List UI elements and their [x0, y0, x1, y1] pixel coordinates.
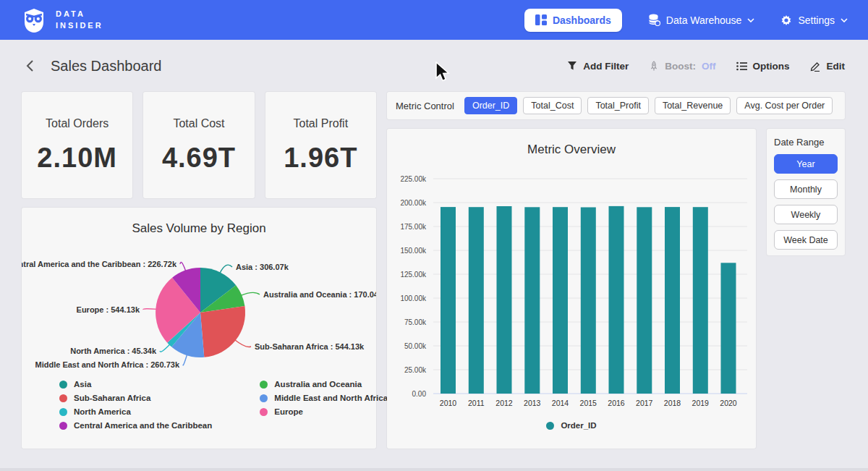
add-filter-label: Add Filter [583, 61, 629, 72]
chevron-down-icon [841, 18, 848, 22]
legend-dot-icon [59, 422, 67, 430]
legend-dot-icon [59, 381, 67, 389]
bar-2020[interactable] [721, 263, 736, 394]
legend-label: Middle East and North Africa [274, 394, 388, 402]
bar-chart-legend: Order_ID [387, 421, 756, 430]
edit-button[interactable]: Edit [810, 61, 846, 72]
header-actions: Add Filter Boost: Off Options Ed [567, 61, 845, 72]
pie-slice-label: Central America and the Caribbean : 226.… [22, 260, 177, 268]
database-icon [648, 14, 660, 26]
x-axis-tick-label: 2019 [692, 399, 710, 407]
bar-2018[interactable] [665, 207, 680, 394]
kpi-value: 4.69T [143, 143, 254, 174]
page-title: Sales Dashboard [51, 58, 161, 75]
bar-2016[interactable] [609, 206, 624, 394]
bar-2019[interactable] [693, 207, 708, 394]
dashboard-grid-icon [535, 14, 547, 25]
options-button[interactable]: Options [736, 61, 790, 72]
legend-item-central-america-and-the-caribbean[interactable]: Central America and the Caribbean [59, 421, 212, 430]
metric-chip-total-revenue[interactable]: Total_Revenue [655, 97, 731, 114]
y-axis-tick-label: 100.00k [400, 294, 427, 302]
owl-logo-icon [20, 7, 48, 34]
back-chevron-icon [25, 59, 35, 73]
metric-chip-order-id[interactable]: Order_ID [464, 97, 517, 114]
date-range-monthly[interactable]: Monthly [774, 179, 838, 199]
x-axis-tick-label: 2011 [468, 399, 485, 407]
pie-slice-label: Australia and Oceania : 170.04k [263, 290, 376, 299]
bar-chart[interactable]: 0.0025.00k50.00k75.00k100.00k125.00k150.… [387, 129, 756, 449]
pie-label-line [240, 292, 260, 295]
bar-legend-item[interactable]: Order_ID [546, 421, 596, 430]
metric-chip-total-profit[interactable]: Total_Profit [587, 97, 649, 114]
chart-row: Metric Overview 0.0025.00k50.00k75.00k10… [387, 129, 845, 449]
date-range-week-date[interactable]: Week Date [774, 230, 838, 250]
x-axis-tick-label: 2017 [636, 399, 653, 407]
pie-label-line [143, 309, 157, 310]
chevron-down-icon [747, 18, 754, 22]
y-axis-tick-label: 125.00k [400, 271, 427, 279]
boost-toggle[interactable]: Boost: Off [649, 61, 715, 72]
legend-label: Asia [74, 380, 91, 389]
dashboards-label: Dashboards [553, 14, 611, 26]
date-range-options: YearMonthlyWeeklyWeek Date [774, 154, 838, 250]
date-range-label: Date Range [774, 137, 838, 148]
y-axis-tick-label: 50.00k [404, 342, 427, 350]
bar-2012[interactable] [497, 206, 512, 394]
metric-chip-total-cost[interactable]: Total_Cost [523, 97, 582, 114]
brand-text: DATA INSIDER [56, 9, 103, 32]
legend-item-north-america[interactable]: North America [59, 407, 212, 416]
gear-icon [780, 14, 792, 26]
y-axis-tick-label: 175.00k [400, 223, 427, 231]
legend-dot-icon [260, 408, 268, 416]
kpi-value: 1.96T [265, 143, 376, 174]
bar-2015[interactable] [581, 208, 596, 394]
bar-2017[interactable] [637, 207, 652, 394]
date-range-weekly[interactable]: Weekly [774, 205, 838, 224]
add-filter-button[interactable]: Add Filter [567, 61, 629, 72]
legend-item-australia-and-oceania[interactable]: Australia and Oceania [260, 380, 388, 389]
legend-item-asia[interactable]: Asia [59, 380, 212, 389]
left-column: Total Orders2.10MTotal Cost4.69TTotal Pr… [22, 92, 376, 449]
pie-slice-label: Europe : 544.13k [77, 305, 140, 314]
dashboards-button[interactable]: Dashboards [524, 9, 622, 32]
kpi-card: Total Cost4.69T [143, 92, 254, 198]
x-axis-tick-label: 2018 [664, 399, 681, 407]
metric-chips: Order_IDTotal_CostTotal_ProfitTotal_Reve… [464, 97, 833, 114]
bar-2014[interactable] [553, 207, 568, 394]
x-axis-tick-label: 2015 [580, 399, 597, 407]
legend-item-middle-east-and-north-africa[interactable]: Middle East and North Africa [260, 394, 388, 402]
kpi-label: Total Profit [265, 117, 376, 130]
pie-label-line [180, 262, 186, 271]
x-axis-tick-label: 2020 [720, 399, 737, 407]
metric-chip-avg-cost-per-order[interactable]: Avg. Cost per Order [736, 97, 833, 114]
boost-label: Boost: [665, 61, 696, 72]
bar-2013[interactable] [524, 207, 540, 394]
kpi-card: Total Profit1.96T [265, 92, 376, 198]
settings-menu[interactable]: Settings [780, 14, 848, 26]
metric-control-label: Metric Control [396, 101, 454, 111]
kpi-row: Total Orders2.10MTotal Cost4.69TTotal Pr… [22, 92, 376, 198]
x-axis-tick-label: 2010 [440, 399, 457, 407]
date-range-year[interactable]: Year [774, 154, 838, 174]
legend-dot-icon [260, 381, 268, 389]
brand[interactable]: DATA INSIDER [20, 7, 103, 34]
data-warehouse-menu[interactable]: Data Warehouse [648, 14, 755, 26]
pie-slice-label: North America : 45.34k [70, 347, 157, 355]
y-axis-tick-label: 25.00k [404, 366, 427, 374]
x-axis-tick-label: 2016 [608, 399, 625, 407]
bar-legend-label: Order_ID [561, 421, 596, 430]
legend-item-sub-saharan-africa[interactable]: Sub-Saharan Africa [59, 394, 212, 402]
page-header: Sales Dashboard Add Filter Boost: Off Op… [0, 40, 868, 92]
back-button[interactable] [23, 57, 36, 75]
pie-slice-sub-saharan-africa[interactable] [200, 306, 245, 357]
rocket-icon [649, 61, 659, 72]
right-column: Metric Control Order_IDTotal_CostTotal_P… [387, 92, 845, 449]
legend-item-europe[interactable]: Europe [260, 407, 388, 416]
edit-pencil-icon [810, 61, 821, 72]
bar-2011[interactable] [469, 207, 484, 394]
bar-2010[interactable] [441, 207, 456, 394]
kpi-value: 2.10M [22, 143, 132, 174]
settings-label: Settings [798, 14, 835, 26]
brand-line2: INSIDER [56, 20, 103, 32]
y-axis-tick-label: 200.00k [400, 199, 427, 207]
